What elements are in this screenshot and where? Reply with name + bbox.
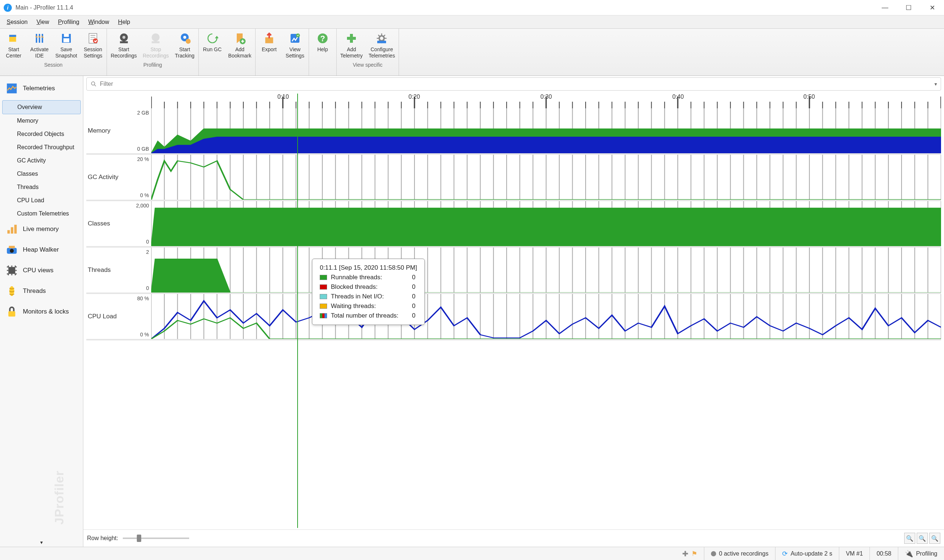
time-axis: 0:100:200:300:400:50	[151, 94, 941, 108]
svg-point-19	[379, 36, 384, 40]
zoom-fit-icon[interactable]: 🔍	[929, 533, 940, 544]
chart-row-cpu-load: CPU Load80 %0 %	[86, 294, 941, 340]
svg-point-6	[122, 36, 125, 39]
refresh-icon: ⟳	[782, 550, 788, 558]
sidebar-item-cpu-load[interactable]: CPU Load	[2, 194, 81, 207]
filter-dropdown-icon[interactable]: ▾	[935, 81, 937, 87]
slider-thumb[interactable]	[137, 535, 141, 542]
sidebar-section-live-memory[interactable]: Live memory	[0, 220, 83, 238]
tooltip-row: Total number of threads:0	[320, 312, 417, 319]
chart-label: Memory	[86, 108, 131, 153]
session-settings-icon	[86, 32, 100, 45]
sidebar-section-heap-walker[interactable]: Heap Walker	[0, 241, 83, 258]
sidebar-section-cpu-views[interactable]: CPU views	[0, 262, 83, 279]
svg-rect-27	[9, 246, 15, 248]
zoom-out-icon[interactable]: 🔍	[904, 533, 915, 544]
chart-yaxis: 80 %0 %	[131, 294, 151, 339]
status-recordings[interactable]: 0 active recordings	[704, 547, 775, 560]
start-recordings-icon	[117, 32, 131, 45]
sidebar-section-monitors-locks[interactable]: Monitors & locks	[0, 303, 83, 320]
chart-plot[interactable]	[151, 155, 941, 200]
menu-profiling[interactable]: Profiling	[54, 17, 84, 27]
row-height-slider[interactable]	[123, 537, 189, 539]
chart-yaxis: 2 GB0 GB	[131, 108, 151, 153]
menu-window[interactable]: Window	[84, 17, 114, 27]
zoom-in-icon[interactable]: 🔍	[917, 533, 928, 544]
save-snapshot-button[interactable]: SaveSnapshot	[52, 30, 80, 60]
tooltip-row: Runnable threads:0	[320, 274, 417, 281]
toolbar-group-label	[256, 60, 308, 69]
threads-icon	[6, 285, 18, 297]
chart-plot[interactable]	[151, 294, 941, 339]
sidebar-section-threads[interactable]: Threads	[0, 282, 83, 300]
svg-line-32	[94, 85, 96, 86]
status-auto-update[interactable]: ⟳ Auto-update 2 s	[775, 547, 839, 560]
run-gc-button[interactable]: Run GC	[199, 30, 225, 60]
sidebar-item-memory[interactable]: Memory	[2, 114, 81, 128]
svg-rect-7	[120, 41, 128, 43]
status-vm[interactable]: VM #1	[839, 547, 870, 560]
toolbar-group-label: Profiling	[108, 60, 197, 69]
sidebar-expand-icon[interactable]: ▾	[0, 538, 83, 547]
view-settings-icon	[288, 32, 302, 45]
sidebar: TelemetriesOverviewMemoryRecorded Object…	[0, 76, 83, 547]
activate-ide-icon	[33, 32, 46, 45]
chart-plot[interactable]	[151, 248, 941, 292]
svg-rect-9	[152, 41, 160, 43]
run-gc-icon	[206, 32, 219, 45]
record-icon	[711, 551, 716, 556]
sidebar-item-recorded-objects[interactable]: Recorded Objects	[2, 128, 81, 141]
activate-ide-button[interactable]: ActivateIDE	[26, 30, 52, 60]
toolbar-group-label	[310, 60, 336, 69]
sidebar-item-recorded-throughput[interactable]: Recorded Throughput	[2, 141, 81, 154]
svg-point-11	[183, 36, 186, 39]
export-icon	[262, 32, 276, 45]
start-center-icon	[7, 32, 20, 45]
tooltip-row: Threads in Net I/O:0	[320, 293, 417, 300]
help-icon: ?	[316, 32, 329, 45]
svg-rect-1	[64, 34, 69, 37]
filter-input[interactable]	[100, 81, 935, 87]
chart-label: Threads	[86, 248, 131, 292]
svg-rect-22	[8, 230, 10, 234]
sidebar-item-threads[interactable]: Threads	[2, 180, 81, 194]
time-cursor[interactable]	[297, 94, 298, 528]
start-center-button[interactable]: StartCenter	[1, 30, 26, 60]
help-button[interactable]: ?Help	[310, 30, 336, 60]
menu-help[interactable]: Help	[114, 17, 134, 27]
chart-plot[interactable]	[151, 108, 941, 153]
svg-rect-24	[14, 225, 17, 234]
configure-telemetries-button[interactable]: ConfigureTelemetries	[366, 30, 398, 60]
live-memory-icon	[6, 223, 18, 235]
add-bookmark-icon	[233, 32, 246, 45]
sidebar-item-classes[interactable]: Classes	[2, 167, 81, 180]
sidebar-item-gc-activity[interactable]: GC Activity	[2, 154, 81, 167]
add-bookmark-button[interactable]: AddBookmark	[225, 30, 255, 60]
menu-view[interactable]: View	[32, 17, 54, 27]
chart-label: GC Activity	[86, 155, 131, 200]
filter-bar[interactable]: ▾	[86, 77, 941, 91]
view-settings-button[interactable]: ViewSettings	[282, 30, 308, 60]
flag-icon[interactable]: ⚑	[691, 550, 697, 558]
lock-icon	[6, 306, 18, 318]
menu-session[interactable]: Session	[2, 17, 32, 27]
export-button[interactable]: Export	[256, 30, 282, 60]
start-tracking-button[interactable]: StartTracking	[172, 30, 197, 60]
add-marker-icon[interactable]: ✚	[682, 549, 688, 558]
sidebar-section-telemetries[interactable]: Telemetries	[0, 80, 83, 97]
start-recordings-button[interactable]: StartRecordings	[108, 30, 140, 60]
maximize-button[interactable]: ☐	[897, 0, 921, 15]
sidebar-item-custom-telemetries[interactable]: Custom Telemetries	[2, 207, 81, 220]
tooltip-row: Waiting threads:0	[320, 303, 417, 310]
close-button[interactable]: ✕	[921, 0, 944, 15]
toolbar-group-label: View specific	[338, 60, 398, 69]
chart-plot[interactable]	[151, 201, 941, 246]
sidebar-item-overview[interactable]: Overview	[2, 100, 81, 114]
window-title: Main - JProfiler 11.1.4	[15, 5, 73, 11]
minimize-button[interactable]: —	[873, 0, 897, 15]
status-mode[interactable]: 🔌 Profiling	[898, 547, 944, 560]
session-settings-button[interactable]: SessionSettings	[80, 30, 106, 60]
add-telemetry-button[interactable]: AddTelemetry	[338, 30, 366, 60]
chart-yaxis: 2,0000	[131, 201, 151, 246]
add-telemetry-icon	[345, 32, 358, 45]
